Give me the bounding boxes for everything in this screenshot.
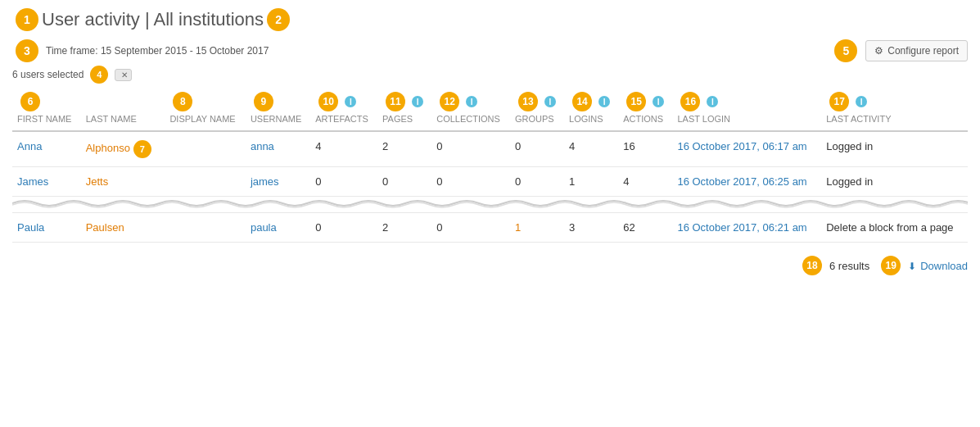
badge-9: 9: [254, 92, 273, 111]
col-logins-label: LOGINS: [569, 114, 603, 124]
collections-info-icon[interactable]: i: [466, 96, 477, 107]
download-button[interactable]: Download: [908, 260, 968, 272]
logins-cell: 4: [564, 131, 618, 167]
col-first-name-label: FIRST NAME: [17, 114, 71, 124]
col-artefacts: 10 i ARTEFACTS: [310, 89, 377, 131]
col-pages-label: PAGES: [382, 114, 413, 124]
last-name-link[interactable]: Paulsen: [86, 221, 124, 234]
logins-cell: 1: [564, 167, 618, 197]
col-actions-label: ACTIONS: [623, 114, 663, 124]
col-display-name-label: DISPLAY NAME: [169, 114, 235, 124]
groups-info-icon[interactable]: i: [544, 96, 556, 107]
users-selected-row: 6 users selected 4 ✕: [12, 66, 269, 84]
username-link[interactable]: anna: [251, 140, 274, 152]
username-link[interactable]: james: [251, 175, 279, 188]
collections-cell: 0: [431, 213, 510, 243]
close-icon[interactable]: ✕: [121, 70, 128, 79]
last-name-link[interactable]: Alphonso: [86, 142, 130, 154]
groups-cell: 1: [510, 213, 564, 243]
col-pages: 11 i PAGES: [377, 89, 431, 131]
pages-cell: 0: [377, 167, 431, 197]
badge-3: 3: [16, 39, 38, 62]
col-last-login: 16 i LAST LOGIN: [672, 89, 821, 131]
pages-cell: 2: [377, 213, 431, 243]
badge-16: 16: [680, 92, 700, 111]
results-text: 6 results: [829, 260, 869, 272]
timeframe-section: 3 Time frame: 15 September 2015 - 15 Oct…: [12, 39, 269, 84]
first-name-link[interactable]: James: [17, 175, 48, 188]
col-display-name: 8 DISPLAY NAME: [165, 89, 246, 131]
display-name-cell: [165, 213, 246, 243]
timeframe-text: Time frame: 15 September 2015 - 15 Octob…: [46, 45, 269, 57]
page-header: 1 User activity | All institutions 2: [12, 8, 968, 31]
pages-cell: 2: [377, 131, 431, 167]
first-name-link[interactable]: Anna: [17, 140, 42, 152]
badge-15: 15: [626, 92, 646, 111]
table-footer: 18 6 results 19 Download: [12, 256, 968, 275]
download-icon: [908, 260, 916, 272]
first-name-link[interactable]: Paula: [17, 221, 44, 234]
page-container: 1 User activity | All institutions 2 3 T…: [0, 0, 980, 284]
col-last-name: LAST NAME: [81, 89, 165, 131]
actions-cell: 62: [618, 213, 672, 243]
badge-10: 10: [318, 92, 338, 111]
table-row: PaulaPaulsenpaula020136216 October 2017,…: [12, 213, 968, 243]
configure-report-label: Configure report: [887, 45, 959, 57]
last-activity-cell: Delete a block from a page: [821, 213, 968, 243]
col-groups-label: GROUPS: [515, 114, 554, 124]
pages-info-icon[interactable]: i: [412, 96, 423, 107]
col-username: 9 USERNAME: [246, 89, 310, 131]
actions-info-icon[interactable]: i: [653, 96, 664, 107]
badge-11: 11: [386, 92, 405, 111]
groups-cell: 0: [510, 131, 564, 167]
top-bar: 3 Time frame: 15 September 2015 - 15 Oct…: [12, 39, 968, 84]
col-logins: 14 i LOGINS: [564, 89, 618, 131]
configure-report-button[interactable]: Configure report: [865, 40, 968, 61]
badge-18: 18: [802, 256, 822, 275]
badge-6: 6: [20, 92, 40, 111]
badge-12: 12: [440, 92, 459, 111]
badge-7: 7: [133, 140, 151, 158]
col-collections: 12 i COLLECTIONS: [431, 89, 510, 131]
last-login-info-icon[interactable]: i: [707, 96, 718, 107]
table-row: JamesJettsjames00001416 October 2017, 06…: [12, 167, 968, 197]
download-section[interactable]: 19 Download: [878, 256, 968, 275]
col-artefacts-label: ARTEFACTS: [315, 114, 368, 124]
artefacts-cell: 0: [310, 213, 377, 243]
actions-cell: 4: [618, 167, 672, 197]
col-last-activity: 17 i LAST ACTIVITY: [821, 89, 968, 131]
username-link[interactable]: paula: [251, 221, 277, 234]
logins-info-icon[interactable]: i: [598, 96, 610, 107]
badge-5: 5: [834, 39, 857, 62]
last-login-link[interactable]: 16 October 2017, 06:17 am: [677, 140, 806, 152]
last-activity-cell: Logged in: [821, 167, 968, 197]
badge-14: 14: [572, 92, 592, 111]
col-actions: 15 i ACTIONS: [618, 89, 672, 131]
page-title: User activity | All institutions: [42, 9, 264, 30]
last-login-link[interactable]: 16 October 2017, 06:21 am: [677, 221, 806, 234]
groups-cell: 0: [510, 167, 564, 197]
badge-13: 13: [518, 92, 538, 111]
collections-cell: 0: [431, 167, 510, 197]
artefacts-info-icon[interactable]: i: [345, 96, 356, 107]
users-tag[interactable]: ✕: [115, 69, 132, 81]
artefacts-cell: 4: [310, 131, 377, 167]
badge-8: 8: [173, 92, 192, 111]
download-label: Download: [920, 260, 968, 272]
last-login-link[interactable]: 16 October 2017, 06:25 am: [677, 175, 806, 188]
col-last-login-label: LAST LOGIN: [677, 114, 730, 124]
collections-cell: 0: [431, 131, 510, 167]
last-activity-info-icon[interactable]: i: [856, 96, 867, 107]
gear-icon: [874, 45, 883, 57]
badge-19: 19: [881, 256, 901, 275]
actions-cell: 16: [618, 131, 672, 167]
col-username-label: USERNAME: [251, 114, 301, 124]
last-activity-cell: Logged in: [821, 131, 968, 167]
artefacts-cell: 0: [310, 167, 377, 197]
wave-divider: [12, 197, 968, 210]
last-name-link[interactable]: Jetts: [86, 175, 108, 188]
col-last-name-label: LAST NAME: [86, 114, 137, 124]
display-name-cell: [165, 167, 246, 197]
badge-4: 4: [90, 66, 108, 84]
wave-separator-row: [12, 197, 968, 213]
